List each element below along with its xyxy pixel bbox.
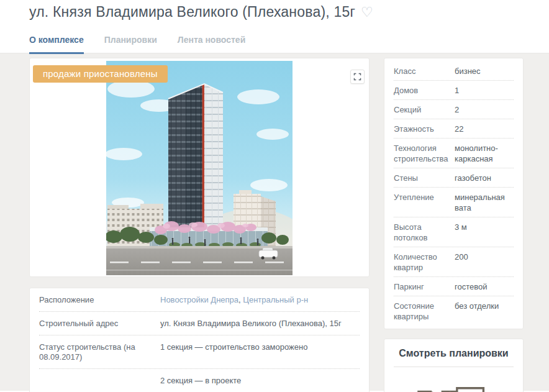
- sales-status-badge: продажи приостановлены: [33, 65, 168, 83]
- left-column: продажи приостановлены: [29, 58, 370, 391]
- location-details-card: РасположениеНовостройки Днепра, Централь…: [29, 288, 370, 392]
- page-title: ул. Князя Владимира Великого (Плеханова)…: [29, 4, 355, 21]
- expand-icon: [353, 73, 361, 81]
- spec-value: минеральная вата: [455, 192, 514, 213]
- location-link[interactable]: Новостройки Днепра: [160, 295, 238, 304]
- gallery-card: продажи приостановлены: [29, 58, 370, 277]
- spec-label: Высота потолков: [394, 222, 455, 243]
- detail-value: 2 секция — в проекте: [160, 376, 360, 386]
- detail-row: Статус строительства (на 08.09.2017)1 се…: [39, 335, 360, 369]
- spec-row: Высота потолков3 м: [394, 217, 514, 247]
- spec-row: Классбизнес: [394, 62, 514, 81]
- spec-label: Состояние квартиры: [394, 301, 455, 322]
- specs-list: КлассбизнесДомов1Секций2Этажность22Техно…: [394, 62, 514, 326]
- detail-row: Строительный адресул. Князя Владимира Ве…: [39, 312, 360, 335]
- location-link[interactable]: Центральный р-н: [243, 295, 308, 304]
- tab-bar: О комплексеПланировкиЛента новостей: [0, 21, 549, 53]
- spec-label: Этажность: [394, 124, 455, 134]
- spec-value: монолитно-каркасная: [455, 143, 514, 164]
- spec-row: Технология строительствамонолитно-каркас…: [394, 139, 514, 168]
- specs-card: КлассбизнесДомов1Секций2Этажность22Техно…: [384, 58, 524, 329]
- spec-value: без отделки: [455, 301, 514, 322]
- spec-value: гостевой: [455, 281, 514, 292]
- view-plans-button[interactable]: Смотреть планировки: [394, 339, 514, 367]
- tab-1[interactable]: Планировки: [104, 35, 157, 53]
- page-header: ул. Князя Владимира Великого (Плеханова)…: [0, 0, 549, 53]
- spec-label: Количество квартир: [394, 252, 455, 273]
- spec-value: 3 м: [455, 222, 514, 243]
- detail-value: ул. Князя Владимира Великого (Плеханова)…: [160, 319, 360, 329]
- title-row: ул. Князя Владимира Великого (Плеханова)…: [0, 0, 549, 21]
- plans-card: Смотреть планировки: [384, 339, 524, 392]
- spec-value: бизнес: [455, 66, 514, 76]
- detail-value: 1 секция — строительство заморожено: [160, 342, 360, 362]
- detail-label: Расположение: [39, 295, 160, 305]
- spec-row: Паркинггостевой: [394, 277, 514, 296]
- spec-row: Утеплениеминеральная вата: [394, 188, 514, 217]
- content-area: продажи приостановлены: [0, 53, 549, 391]
- spec-row: Секций2: [394, 100, 514, 119]
- detail-row: РасположениеНовостройки Днепра, Централь…: [39, 288, 360, 312]
- spec-value: 2: [455, 104, 514, 115]
- spec-row: Состояние квартирыбез отделки: [394, 296, 514, 326]
- detail-label: Статус строительства (на 08.09.2017): [39, 342, 160, 362]
- right-column: КлассбизнесДомов1Секций2Этажность22Техно…: [384, 58, 524, 391]
- spec-row: Количество квартир200: [394, 247, 514, 277]
- spec-label: Класс: [394, 66, 455, 76]
- detail-row: 2 секция — в проекте: [39, 369, 360, 392]
- spec-row: Стеныгазобетон: [394, 168, 514, 188]
- spec-value: 1: [455, 85, 514, 96]
- floor-plan-thumbnail[interactable]: [384, 367, 523, 392]
- spec-row: Этажность22: [394, 119, 514, 139]
- tab-0[interactable]: О комплексе: [29, 35, 84, 54]
- spec-label: Домов: [394, 85, 455, 96]
- spec-value: 22: [455, 124, 514, 134]
- spec-row: Домов1: [394, 81, 514, 100]
- spec-value: 200: [455, 252, 514, 273]
- details-list: РасположениеНовостройки Днепра, Централь…: [39, 288, 360, 392]
- spec-label: Утепление: [394, 192, 455, 213]
- spec-label: Паркинг: [394, 281, 455, 292]
- detail-value: Новостройки Днепра, Центральный р-н: [160, 295, 360, 305]
- spec-label: Секций: [394, 104, 455, 115]
- spec-label: Стены: [394, 173, 455, 183]
- spec-label: Технология строительства: [394, 143, 455, 164]
- favorite-heart-icon[interactable]: ♡: [361, 6, 373, 19]
- spec-value: газобетон: [455, 173, 514, 183]
- detail-label: [39, 376, 160, 386]
- tab-2[interactable]: Лента новостей: [178, 35, 245, 53]
- floor-plan-drawing: [415, 383, 493, 392]
- complex-photo[interactable]: [106, 61, 293, 276]
- fullscreen-button[interactable]: [350, 70, 365, 84]
- detail-label: Строительный адрес: [39, 319, 160, 329]
